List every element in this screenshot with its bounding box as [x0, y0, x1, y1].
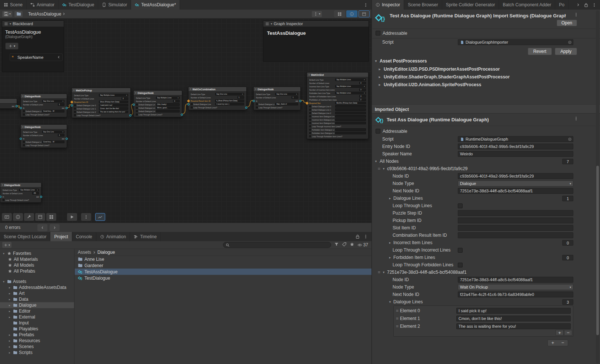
tree-folder-art[interactable]: ▸Art [0, 290, 74, 296]
line-toggle[interactable] [74, 108, 76, 109]
postprocessor-unityeditor-u2d-psd-psdimporterassetpostprocessor[interactable]: ▸UnityEditor.U2D.PSD.PSDImporterAssetPos… [372, 65, 600, 73]
play-button[interactable] [67, 213, 77, 221]
inspector-tab-po[interactable]: Po [555, 0, 569, 10]
element-0-field[interactable]: I said pick it up! [456, 308, 571, 314]
tree-folder-input[interactable]: Input [0, 320, 74, 326]
info-button[interactable] [13, 213, 23, 221]
line-toggle[interactable] [309, 122, 311, 124]
remove-element-button[interactable]: − [564, 330, 572, 336]
node-text-field[interactable]: Ohh, finally! [156, 103, 180, 106]
node-text-field[interactable] [335, 112, 366, 114]
node-text-field[interactable] [335, 115, 366, 118]
runtime-script-field[interactable]: RuntimeDialogueGraph [458, 136, 573, 142]
input-port[interactable] [133, 104, 135, 106]
line-toggle[interactable] [136, 110, 138, 112]
node-text-field[interactable] [335, 105, 366, 108]
tree-folder-prefabs[interactable]: ▸Prefabs [0, 332, 74, 338]
tree-folder-addressableassetsdata[interactable]: ▸AddressableAssetsData [0, 284, 74, 290]
revert-button[interactable]: Revert [528, 48, 552, 55]
drag-handle[interactable]: = [378, 166, 380, 171]
node-checkbox[interactable] [136, 114, 138, 115]
input-port[interactable] [71, 104, 73, 107]
node-type-dropdown[interactable]: Wait On Pickup▾ [458, 284, 573, 290]
node-checkbox[interactable] [23, 114, 25, 115]
node-text-field[interactable]: Mmm, good... [156, 107, 180, 109]
node-enum-field[interactable]: Say Multiple Lines [335, 92, 366, 94]
bottom-tab-project[interactable]: Project [50, 232, 72, 241]
tree-folder-resources[interactable]: ▸Resources [0, 338, 74, 344]
node-int-field[interactable]: 2 [359, 98, 366, 101]
frame-button[interactable] [35, 213, 45, 221]
tree-folder-scenes[interactable]: ▸Scenes [0, 344, 74, 350]
node-enum-field[interactable]: Say One Line [42, 131, 64, 133]
visibility-toggle[interactable]: 37 [357, 242, 368, 247]
all-nodes-count[interactable]: 7 [562, 159, 573, 164]
pickup-item-id-field[interactable] [458, 218, 573, 223]
collapse-caret[interactable]: ▾ [10, 22, 11, 26]
asset-anne-lise[interactable]: Anne Lise [75, 256, 371, 262]
line-toggle[interactable] [136, 104, 138, 105]
next-node-id-field[interactable]: 7251e73e-38d3-44ff-a8c5-bcf54088aaf1 [458, 188, 573, 194]
line-toggle[interactable] [309, 129, 311, 131]
node-text-field[interactable] [335, 122, 366, 124]
node-type-dropdown[interactable]: Dialogue▾ [458, 181, 573, 186]
search-input[interactable] [231, 243, 329, 247]
output-port[interactable] [181, 114, 183, 116]
main-tab-scene[interactable]: Scene [0, 0, 27, 10]
node-int-field[interactable]: 1 [237, 96, 244, 99]
line-toggle[interactable] [136, 107, 138, 109]
profiler-button[interactable] [95, 213, 105, 221]
graph-node-dialoguenode[interactable]: ≡DialogueNodeDefault Line TypeSay One Li… [20, 124, 67, 148]
graph-node-dialoguenode[interactable]: ≡DialogueNodeDefault Line TypeSay Multip… [0, 182, 41, 203]
input-port[interactable] [253, 100, 255, 102]
importer-menu-icon[interactable] [574, 12, 579, 17]
favorites-root[interactable]: ▾Favorites [0, 250, 74, 256]
tab-scroll-right-icon[interactable] [576, 3, 580, 7]
favorites-item-all-models[interactable]: All Models [0, 262, 74, 268]
incorrect-item-lines-count[interactable]: 0 [562, 240, 573, 246]
blackboard-toggle[interactable] [334, 10, 345, 17]
forbidden-item-lines-count[interactable]: 0 [562, 255, 573, 260]
wrench-button[interactable] [24, 213, 34, 221]
puzzle-step-id-field[interactable] [458, 210, 573, 216]
dialogue-lines-count[interactable]: 3 [562, 299, 573, 305]
create-asset-button[interactable]: ▾ [2, 242, 12, 248]
line-toggle[interactable] [23, 141, 25, 143]
combination-result-item-id-field[interactable] [458, 232, 573, 238]
console-button[interactable] [2, 213, 12, 221]
element-2-field[interactable]: The ass is waiting there for you! [456, 323, 571, 329]
node-checkbox[interactable] [191, 107, 193, 108]
node-checkbox[interactable] [3, 199, 4, 201]
next-error-button[interactable] [50, 224, 60, 231]
script-field[interactable]: DialogueGraphImporter [458, 39, 573, 45]
node-int-field[interactable]: -55 [32, 192, 39, 195]
tree-folder-scripts[interactable]: ▸Scripts [0, 350, 74, 355]
line-toggle[interactable] [23, 110, 25, 112]
main-tab-animator[interactable]: Animator [27, 0, 59, 10]
remove-node-button[interactable]: − [558, 340, 568, 346]
incorrect-item-lines-foldout[interactable]: ▸Incorrect Item Lines0 [372, 239, 600, 246]
node-text-field[interactable]: Man, that's it! [275, 103, 298, 105]
add-element-button[interactable]: + [556, 330, 564, 336]
node-object-field[interactable]: Shoe (Pickup Item Data) [99, 101, 128, 103]
asset-gardener[interactable]: Gardener [75, 262, 371, 269]
node-int-field[interactable]: 3 [359, 82, 366, 84]
node-text-field[interactable]: I need my rest :) [215, 103, 244, 105]
prev-error-button[interactable] [37, 224, 47, 231]
node-int-field[interactable]: 1 [58, 103, 64, 106]
inspector-lock-icon[interactable] [584, 3, 589, 7]
open-asset-button[interactable] [14, 11, 23, 17]
bottom-tab-timeline[interactable]: Timeline [130, 232, 161, 241]
tree-folder-data[interactable]: ▸Data [0, 296, 74, 302]
node-int-field[interactable]: 3 [173, 100, 180, 102]
inspector-scrollbar[interactable] [596, 10, 599, 363]
line-toggle[interactable] [191, 103, 193, 105]
dialogue-lines-count[interactable]: 1 [562, 196, 573, 201]
breadcrumb-root[interactable]: Assets [78, 250, 91, 255]
output-port[interactable] [299, 100, 301, 102]
graph-node-waitoncombination[interactable]: ≡WaitOnCombinationDefault Line TypeSay O… [188, 87, 247, 110]
node-enum-field[interactable]: Say Multiple Lines [335, 78, 366, 81]
more-button[interactable] [81, 213, 91, 221]
input-port[interactable] [187, 103, 190, 105]
graph-node-dialoguenode[interactable]: ≡DialogueNodeDefault Line TypeSay One Li… [20, 94, 67, 117]
